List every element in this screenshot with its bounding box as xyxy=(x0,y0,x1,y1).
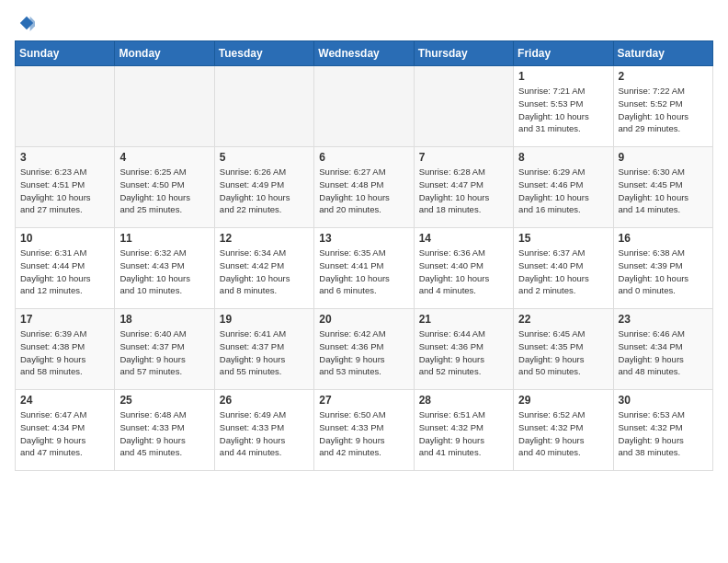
day-info: Sunrise: 6:41 AM Sunset: 4:37 PM Dayligh… xyxy=(220,327,309,378)
day-number: 18 xyxy=(119,313,209,326)
calendar-cell: 2Sunrise: 7:22 AM Sunset: 5:52 PM Daylig… xyxy=(613,66,712,147)
day-info: Sunrise: 6:28 AM Sunset: 4:47 PM Dayligh… xyxy=(419,166,508,216)
day-info: Sunrise: 6:42 AM Sunset: 4:36 PM Dayligh… xyxy=(319,327,408,378)
calendar-cell: 12Sunrise: 6:34 AM Sunset: 4:42 PM Dayli… xyxy=(214,228,313,309)
day-info: Sunrise: 6:52 AM Sunset: 4:32 PM Dayligh… xyxy=(518,408,608,459)
day-number: 7 xyxy=(419,151,508,164)
day-number: 3 xyxy=(20,151,109,164)
day-number: 24 xyxy=(20,394,109,407)
day-number: 2 xyxy=(619,70,708,83)
calendar-cell: 22Sunrise: 6:45 AM Sunset: 4:35 PM Dayli… xyxy=(514,309,613,390)
day-info: Sunrise: 6:29 AM Sunset: 4:46 PM Dayligh… xyxy=(518,166,608,216)
day-info: Sunrise: 6:50 AM Sunset: 4:33 PM Dayligh… xyxy=(319,408,408,459)
calendar-cell: 17Sunrise: 6:39 AM Sunset: 4:38 PM Dayli… xyxy=(16,309,115,390)
calendar-cell: 16Sunrise: 6:38 AM Sunset: 4:39 PM Dayli… xyxy=(613,228,712,309)
day-info: Sunrise: 6:39 AM Sunset: 4:38 PM Dayligh… xyxy=(20,327,109,378)
calendar-cell xyxy=(115,66,214,147)
calendar-cell: 4Sunrise: 6:25 AM Sunset: 4:50 PM Daylig… xyxy=(115,147,214,228)
calendar-header-row: SundayMondayTuesdayWednesdayThursdayFrid… xyxy=(16,41,713,66)
day-info: Sunrise: 6:25 AM Sunset: 4:50 PM Dayligh… xyxy=(119,166,209,216)
day-info: Sunrise: 6:35 AM Sunset: 4:41 PM Dayligh… xyxy=(319,247,408,297)
calendar-cell: 23Sunrise: 6:46 AM Sunset: 4:34 PM Dayli… xyxy=(613,309,712,390)
calendar-cell: 24Sunrise: 6:47 AM Sunset: 4:34 PM Dayli… xyxy=(16,390,115,471)
day-number: 8 xyxy=(518,151,608,164)
day-number: 13 xyxy=(319,232,408,245)
calendar-cell: 29Sunrise: 6:52 AM Sunset: 4:32 PM Dayli… xyxy=(514,390,613,471)
calendar-cell: 20Sunrise: 6:42 AM Sunset: 4:36 PM Dayli… xyxy=(314,309,414,390)
day-number: 5 xyxy=(220,151,309,164)
day-number: 10 xyxy=(20,232,109,245)
calendar-cell xyxy=(314,66,414,147)
calendar-cell: 11Sunrise: 6:32 AM Sunset: 4:43 PM Dayli… xyxy=(115,228,214,309)
weekday-header-tuesday: Tuesday xyxy=(214,41,313,66)
calendar-cell: 13Sunrise: 6:35 AM Sunset: 4:41 PM Dayli… xyxy=(314,228,414,309)
day-info: Sunrise: 7:22 AM Sunset: 5:52 PM Dayligh… xyxy=(619,85,708,135)
day-number: 17 xyxy=(20,313,109,326)
calendar-cell: 28Sunrise: 6:51 AM Sunset: 4:32 PM Dayli… xyxy=(414,390,513,471)
day-info: Sunrise: 6:23 AM Sunset: 4:51 PM Dayligh… xyxy=(20,166,109,216)
day-info: Sunrise: 6:31 AM Sunset: 4:44 PM Dayligh… xyxy=(20,247,109,297)
calendar-week-row: 10Sunrise: 6:31 AM Sunset: 4:44 PM Dayli… xyxy=(16,228,713,309)
calendar-week-row: 24Sunrise: 6:47 AM Sunset: 4:34 PM Dayli… xyxy=(16,390,713,471)
calendar-week-row: 1Sunrise: 7:21 AM Sunset: 5:53 PM Daylig… xyxy=(16,66,713,147)
page-header xyxy=(15,15,713,31)
day-info: Sunrise: 6:37 AM Sunset: 4:40 PM Dayligh… xyxy=(518,247,608,297)
weekday-header-saturday: Saturday xyxy=(613,41,712,66)
day-info: Sunrise: 6:45 AM Sunset: 4:35 PM Dayligh… xyxy=(518,327,608,378)
weekday-header-thursday: Thursday xyxy=(414,41,513,66)
day-number: 4 xyxy=(119,151,209,164)
day-info: Sunrise: 6:27 AM Sunset: 4:48 PM Dayligh… xyxy=(319,166,408,216)
day-number: 20 xyxy=(319,313,408,326)
calendar-cell: 1Sunrise: 7:21 AM Sunset: 5:53 PM Daylig… xyxy=(514,66,613,147)
day-info: Sunrise: 6:26 AM Sunset: 4:49 PM Dayligh… xyxy=(220,166,309,216)
calendar-cell xyxy=(16,66,115,147)
day-info: Sunrise: 6:40 AM Sunset: 4:37 PM Dayligh… xyxy=(119,327,209,378)
day-number: 22 xyxy=(518,313,608,326)
day-info: Sunrise: 6:32 AM Sunset: 4:43 PM Dayligh… xyxy=(119,247,209,297)
day-info: Sunrise: 6:48 AM Sunset: 4:33 PM Dayligh… xyxy=(119,408,209,459)
day-number: 26 xyxy=(220,394,309,407)
day-number: 1 xyxy=(518,70,608,83)
calendar-cell: 10Sunrise: 6:31 AM Sunset: 4:44 PM Dayli… xyxy=(16,228,115,309)
day-number: 21 xyxy=(419,313,508,326)
calendar-cell: 7Sunrise: 6:28 AM Sunset: 4:47 PM Daylig… xyxy=(414,147,513,228)
day-number: 9 xyxy=(619,151,708,164)
calendar-cell xyxy=(214,66,313,147)
day-number: 30 xyxy=(619,394,708,407)
day-number: 29 xyxy=(518,394,608,407)
day-info: Sunrise: 6:38 AM Sunset: 4:39 PM Dayligh… xyxy=(619,247,708,297)
calendar-cell: 26Sunrise: 6:49 AM Sunset: 4:33 PM Dayli… xyxy=(214,390,313,471)
day-number: 19 xyxy=(220,313,309,326)
calendar-cell: 27Sunrise: 6:50 AM Sunset: 4:33 PM Dayli… xyxy=(314,390,414,471)
day-number: 12 xyxy=(220,232,309,245)
day-number: 25 xyxy=(119,394,209,407)
svg-marker-1 xyxy=(30,17,35,31)
logo-icon xyxy=(18,15,35,31)
day-info: Sunrise: 6:53 AM Sunset: 4:32 PM Dayligh… xyxy=(619,408,708,459)
calendar-cell: 14Sunrise: 6:36 AM Sunset: 4:40 PM Dayli… xyxy=(414,228,513,309)
day-info: Sunrise: 6:44 AM Sunset: 4:36 PM Dayligh… xyxy=(419,327,508,378)
day-info: Sunrise: 6:30 AM Sunset: 4:45 PM Dayligh… xyxy=(619,166,708,216)
day-number: 27 xyxy=(319,394,408,407)
calendar-cell: 18Sunrise: 6:40 AM Sunset: 4:37 PM Dayli… xyxy=(115,309,214,390)
day-number: 23 xyxy=(619,313,708,326)
calendar-cell: 30Sunrise: 6:53 AM Sunset: 4:32 PM Dayli… xyxy=(613,390,712,471)
calendar-cell: 25Sunrise: 6:48 AM Sunset: 4:33 PM Dayli… xyxy=(115,390,214,471)
day-number: 11 xyxy=(119,232,209,245)
day-number: 6 xyxy=(319,151,408,164)
calendar-week-row: 3Sunrise: 6:23 AM Sunset: 4:51 PM Daylig… xyxy=(16,147,713,228)
weekday-header-friday: Friday xyxy=(514,41,613,66)
day-info: Sunrise: 6:47 AM Sunset: 4:34 PM Dayligh… xyxy=(20,408,109,459)
day-info: Sunrise: 6:34 AM Sunset: 4:42 PM Dayligh… xyxy=(220,247,309,297)
weekday-header-monday: Monday xyxy=(115,41,214,66)
calendar-cell: 19Sunrise: 6:41 AM Sunset: 4:37 PM Dayli… xyxy=(214,309,313,390)
day-info: Sunrise: 6:36 AM Sunset: 4:40 PM Dayligh… xyxy=(419,247,508,297)
logo xyxy=(15,15,35,31)
calendar-cell: 5Sunrise: 6:26 AM Sunset: 4:49 PM Daylig… xyxy=(214,147,313,228)
calendar-week-row: 17Sunrise: 6:39 AM Sunset: 4:38 PM Dayli… xyxy=(16,309,713,390)
calendar-cell: 8Sunrise: 6:29 AM Sunset: 4:46 PM Daylig… xyxy=(514,147,613,228)
weekday-header-wednesday: Wednesday xyxy=(314,41,414,66)
calendar-cell: 9Sunrise: 6:30 AM Sunset: 4:45 PM Daylig… xyxy=(613,147,712,228)
calendar-table: SundayMondayTuesdayWednesdayThursdayFrid… xyxy=(15,40,713,471)
day-number: 15 xyxy=(518,232,608,245)
